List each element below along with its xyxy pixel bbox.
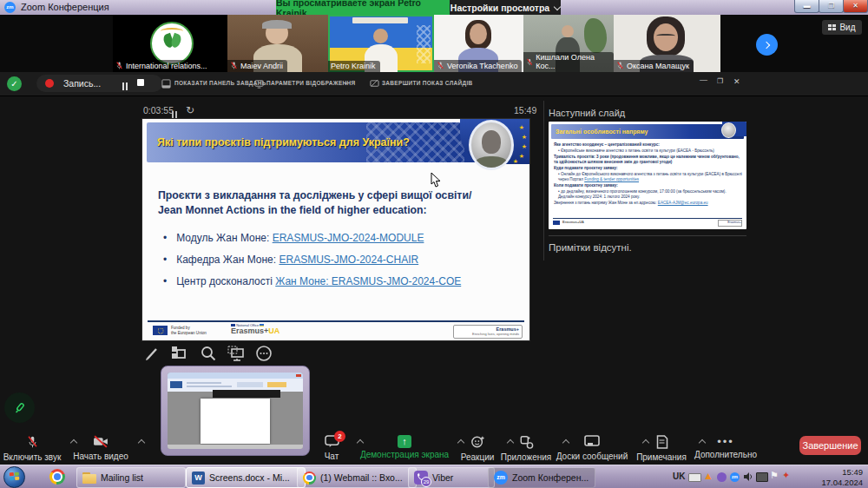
tray-zoom-icon[interactable]: zm	[730, 472, 740, 482]
more-button[interactable]: ••• Дополнительно	[688, 435, 763, 459]
display-settings-icon	[254, 79, 264, 89]
tray-app-icon[interactable]: ✦	[782, 470, 790, 481]
end-slideshow-icon	[370, 79, 379, 89]
next-slide-header: Наступний слайд	[549, 108, 625, 118]
tray-clock[interactable]: 15:49 17.04.2024	[821, 467, 863, 488]
participant-video[interactable]: Кишлали Олена Кос...	[523, 15, 614, 72]
taskbar-button-viber[interactable]: 29 Viber	[408, 467, 495, 488]
participant-nameplate: Кишлали Олена Кос...	[523, 52, 614, 72]
chrome-icon	[303, 472, 316, 485]
notes-divider	[549, 235, 746, 236]
network-display-icon[interactable]	[756, 472, 768, 482]
language-indicator[interactable]: UK	[673, 472, 685, 481]
erasmus-call-link[interactable]: Жан Моне: ERASMUS-JMO-2024-COE	[275, 275, 461, 287]
share-screen-icon: ↑	[398, 435, 411, 448]
share-screen-button[interactable]: ↑ Демонстрация экрана	[356, 435, 453, 459]
ppt-close-button[interactable]: ✕	[733, 77, 740, 86]
presenter-clock: 15:49	[514, 105, 536, 115]
participant-video[interactable]: Оксана Малащук	[614, 15, 720, 72]
eacea-email-link: EACEA-AJM@ec.europa.eu	[658, 201, 708, 205]
whiteboards-button[interactable]: Доски сообщений	[547, 435, 637, 461]
glasses	[656, 34, 675, 39]
avatar	[373, 29, 388, 43]
unmute-button[interactable]: Включить звук	[1, 435, 63, 462]
mic-muted-icon	[437, 61, 444, 70]
preview-desktop	[168, 373, 303, 449]
start-video-button[interactable]: Начать видео	[69, 435, 132, 461]
chat-button[interactable]: Чат	[312, 435, 351, 461]
word-icon: W	[192, 472, 205, 485]
tray-date: 17.04.2024	[821, 478, 863, 488]
next-slide-title-banner: Загальні особливості напряму	[551, 124, 744, 139]
zoom-app-icon: zm	[4, 2, 16, 13]
keyboard-icon[interactable]	[688, 473, 701, 482]
view-button[interactable]: Вид	[822, 20, 862, 35]
tray-viber-icon[interactable]	[717, 472, 727, 482]
view-settings-menu[interactable]: Настройки просмотра	[450, 0, 561, 15]
taskbar-button-zoom[interactable]: zm Zoom Конферен...	[488, 467, 595, 488]
pen-tool-button[interactable]	[142, 344, 161, 363]
eu-flag-logo	[153, 326, 168, 335]
next-slide-thumbnail[interactable]: Загальні особливості напряму Яке агентст…	[549, 122, 746, 229]
erasmus-ua-logo: National Office Erasmus+UA	[231, 323, 279, 335]
annotate-button[interactable]	[4, 392, 35, 423]
chrome-pinned-icon[interactable]	[49, 469, 65, 485]
participant-video[interactable]: Maiev Andrii	[227, 15, 328, 72]
viber-unread-badge: 29	[421, 477, 431, 487]
minimize-button[interactable]: ▬	[794, 0, 819, 13]
shield-check-icon[interactable]: ✓	[7, 76, 22, 91]
participant-nameplate: Veronika Tkachenko	[434, 60, 522, 72]
whiteboard-icon	[584, 435, 600, 448]
taskbar-button-word[interactable]: W Screens.docx - Mi...	[186, 467, 306, 488]
zoom-slide-button[interactable]	[199, 344, 218, 363]
recording-label: Запись...	[63, 78, 101, 89]
participant-video[interactable]: International relations...	[113, 15, 227, 72]
action-center-flag-icon[interactable]: ⚑	[770, 470, 779, 481]
erasmus-call-link[interactable]: ERASMUS-JMO-2024-MODULE	[273, 232, 424, 244]
folder-icon	[82, 472, 96, 484]
show-taskbar-button[interactable]: ПОКАЗАТИ ПАНЕЛЬ ЗАВДАНЬ	[174, 80, 266, 86]
screen-share-preview[interactable]	[161, 366, 310, 456]
mic-muted-icon	[230, 61, 238, 70]
mic-muted-icon	[616, 61, 624, 70]
end-meeting-button[interactable]: Завершение	[799, 436, 861, 455]
participant-video-active[interactable]: Petro Krainik	[328, 15, 434, 72]
end-slideshow-button[interactable]: ЗАВЕРШИТИ ПОКАЗ СЛАЙДІВ	[382, 80, 473, 86]
participant-nameplate: Maiev Andrii	[227, 60, 287, 72]
black-screen-button[interactable]	[227, 344, 246, 363]
zoom-app-icon: zm	[494, 471, 508, 485]
more-tools-button[interactable]	[254, 344, 273, 363]
video-thumbnail-strip: International relations... Maiev Andrii …	[0, 15, 868, 72]
taskbar-button-webmail[interactable]: (1) Webmail :: Вхо...	[297, 467, 417, 488]
video-options-chevron[interactable]	[138, 439, 145, 446]
slide-bullet: •Кафедра Жан Моне: ERASMUS-JMO-2024-CHAI…	[163, 254, 418, 266]
preview-word-titlebar	[168, 373, 303, 379]
display-settings-button[interactable]: ПАРАМЕТРИ ВІДОБРАЖЕННЯ	[266, 80, 356, 86]
stop-recording-button[interactable]	[137, 79, 144, 86]
notes-button[interactable]: Примечания	[627, 435, 696, 462]
participant-video[interactable]: Veronika Tkachenko	[434, 15, 523, 72]
slide-navigator-button[interactable]	[169, 344, 188, 363]
timer-reset-icon[interactable]: ↻	[186, 104, 194, 116]
participant-nameplate: Оксана Малащук	[614, 60, 694, 72]
close-button[interactable]: ✕	[843, 0, 868, 13]
pause-recording-button[interactable]	[122, 78, 128, 94]
mic-muted-icon	[25, 435, 40, 449]
windows-taskbar: Mailing list W Screens.docx - Mi... (1) …	[0, 465, 868, 488]
ppt-restore-button[interactable]: ❐	[717, 77, 723, 85]
slide-heading: Проєкти з викладання та досліджень у сфе…	[158, 188, 512, 219]
viber-icon: 29	[414, 471, 428, 485]
tray-alert-icon[interactable]: ▲	[703, 470, 713, 482]
start-button[interactable]	[3, 466, 25, 488]
share-banner: Вы просматриваете экран Petro Krainik	[276, 0, 450, 15]
maximize-button[interactable]: ❐	[819, 0, 844, 13]
window-titlebar: zm Zoom Конференция Вы просматриваете эк…	[0, 0, 868, 15]
ppt-minimize-button[interactable]: —	[700, 76, 707, 84]
funding-portal-link: Funding & tender opportunities	[584, 177, 639, 181]
erasmus-call-link[interactable]: ERASMUS-JMO-2024-CHAIR	[279, 254, 418, 266]
chevron-down-icon	[554, 3, 561, 10]
next-participants-button[interactable]	[756, 34, 778, 56]
green-pencil-icon	[13, 401, 27, 415]
volume-icon[interactable]	[743, 472, 753, 482]
taskbar-button-mailing-list[interactable]: Mailing list	[76, 467, 186, 488]
